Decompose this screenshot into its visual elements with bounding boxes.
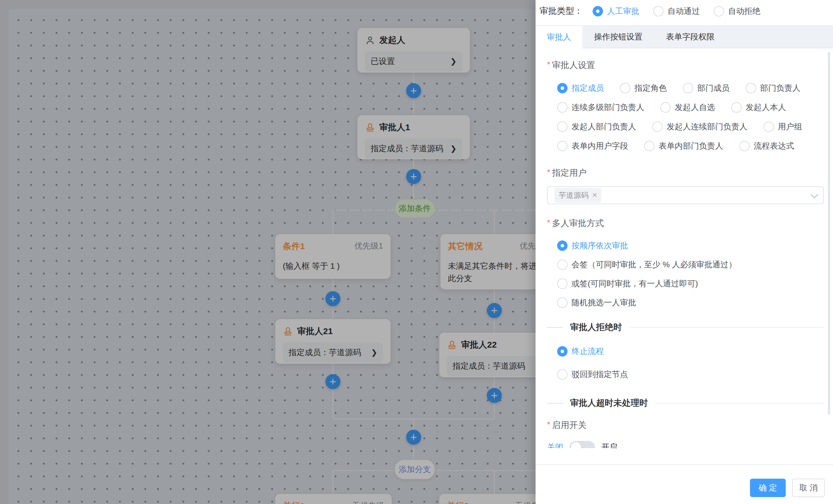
radio-sequential-approve[interactable]: 按顺序依次审批 (557, 240, 824, 251)
radio-dept-member[interactable]: 部门成员 (683, 83, 730, 94)
radio-icon (764, 122, 774, 132)
close-icon[interactable]: ✕ (592, 192, 597, 199)
radio-auto-reject[interactable]: 自动拒绝 (714, 6, 760, 17)
radio-icon (557, 241, 568, 251)
required-asterisk: * (547, 168, 550, 177)
switch-off-label: 关闭 (547, 442, 563, 448)
radio-icon (739, 141, 750, 151)
timeout-enable-switch[interactable] (570, 441, 595, 448)
radio-initiator-multi-dept-leader[interactable]: 发起人连续部门负责人 (652, 121, 747, 132)
radio-icon (557, 369, 568, 380)
radio-icon (593, 6, 603, 17)
cancel-button[interactable]: 取 消 (792, 479, 825, 497)
timeout-switch-row: 关闭 开启 (547, 441, 824, 448)
multi-approve-label: * 多人审批方式 (547, 218, 824, 229)
radio-icon (644, 141, 654, 151)
footer-divider (536, 464, 833, 465)
radio-icon (557, 278, 568, 289)
radio-dept-leader[interactable]: 部门负责人 (746, 83, 801, 94)
radio-form-user-field[interactable]: 表单内用户字段 (557, 141, 628, 151)
chevron-down-icon (810, 191, 818, 198)
radio-icon (557, 102, 568, 112)
radio-user-group[interactable]: 用户组 (764, 121, 802, 132)
radio-process-expression[interactable]: 流程表达式 (739, 141, 794, 151)
radio-orsign[interactable]: 或签(可同时审批，有一人通过即可) (557, 278, 824, 289)
radio-assign-role[interactable]: 指定角色 (620, 83, 667, 94)
radio-initiator-dept-leader[interactable]: 发起人部门负责人 (557, 121, 636, 132)
radio-icon (683, 83, 693, 93)
radio-form-dept-leader[interactable]: 表单内部门负责人 (644, 141, 723, 151)
radio-random-one[interactable]: 随机挑选一人审批 (557, 297, 824, 308)
approver-setting-label: * 审批人设置 (547, 59, 824, 71)
tab-rest-strip: 操作按钮设置 表单字段权限 (582, 26, 833, 48)
enable-switch-label: * 启用开关 (547, 419, 824, 431)
divider-line (655, 403, 824, 403)
panel-content: * 审批人设置 指定成员 指定角色 部门成员 部门负责人 连续多级部门负责人 发… (536, 48, 833, 448)
required-asterisk: * (547, 218, 550, 227)
radio-initiator-select[interactable]: 发起人自选 (660, 102, 715, 113)
tab-approver[interactable]: 审批人 (536, 26, 582, 48)
radio-initiator-self[interactable]: 发起人本人 (731, 102, 786, 113)
radio-icon (557, 122, 568, 132)
divider-line (547, 403, 563, 403)
confirm-button[interactable]: 确 定 (750, 479, 786, 497)
radio-icon (557, 298, 568, 308)
radio-icon (660, 102, 671, 112)
radio-icon (653, 6, 664, 17)
approve-type-row: 审批类型： 人工审批 自动通过 自动拒绝 (540, 5, 827, 17)
user-tag: 芋道源码 ✕ (554, 188, 601, 203)
panel-scrollbar[interactable] (828, 52, 830, 415)
radio-icon (731, 102, 742, 112)
radio-icon (652, 122, 663, 132)
radio-manual-approve[interactable]: 人工审批 (593, 6, 639, 17)
radio-icon (620, 83, 630, 93)
divider-line (547, 327, 563, 328)
tab-form-permissions[interactable]: 表单字段权限 (654, 26, 727, 48)
radio-auto-pass[interactable]: 自动通过 (653, 6, 700, 17)
required-asterisk: * (547, 60, 550, 69)
divider-line (629, 327, 824, 328)
radio-icon (714, 6, 724, 17)
approver-config-panel: 审批类型： 人工审批 自动通过 自动拒绝 审批人 操作按钮设置 表单字段权限 *… (536, 0, 833, 504)
timeout-section-divider: 审批人超时未处理时 (547, 397, 824, 409)
radio-assign-member[interactable]: 指定成员 (557, 83, 604, 94)
radio-icon (746, 83, 756, 93)
approve-type-label: 审批类型： (540, 5, 583, 17)
reject-section-divider: 审批人拒绝时 (547, 321, 824, 333)
panel-tabs: 审批人 操作按钮设置 表单字段权限 (536, 25, 833, 48)
radio-terminate-process[interactable]: 终止流程 (557, 346, 824, 357)
radio-multi-level-dept-leader[interactable]: 连续多级部门负责人 (557, 102, 644, 113)
required-asterisk: * (547, 420, 550, 429)
radio-icon (557, 141, 568, 151)
switch-on-label: 开启 (601, 442, 617, 448)
radio-icon (557, 346, 568, 356)
radio-icon (557, 83, 568, 93)
assign-user-select[interactable]: 芋道源码 ✕ (547, 186, 824, 204)
radio-countersign[interactable]: 会签（可同时审批，至少 % 人必须审批通过） (557, 259, 824, 270)
assign-user-label: * 指定用户 (547, 167, 824, 179)
radio-icon (557, 259, 568, 270)
radio-return-to-node[interactable]: 驳回到指定节点 (557, 369, 824, 380)
tab-button-settings[interactable]: 操作按钮设置 (582, 26, 654, 48)
